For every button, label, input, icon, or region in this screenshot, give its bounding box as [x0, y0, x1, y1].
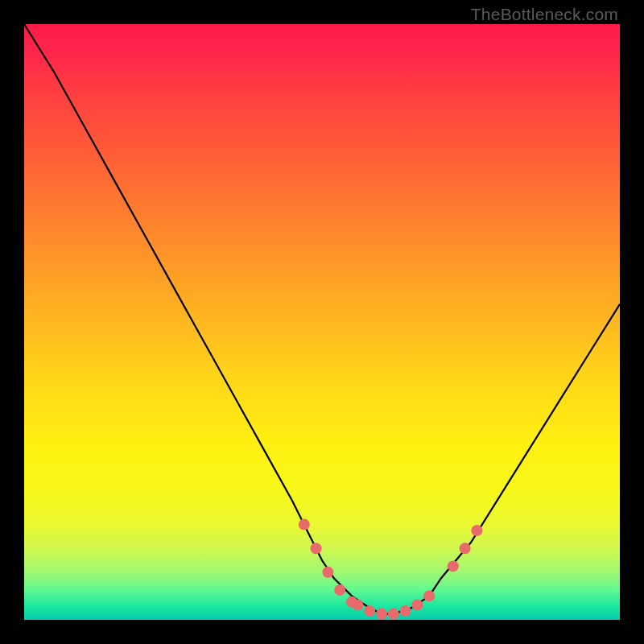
marker-point: [388, 609, 399, 620]
marker-point: [411, 600, 423, 611]
marker-point: [364, 605, 375, 617]
chart-svg: [24, 24, 620, 620]
marker-point: [311, 543, 322, 554]
marker-point: [460, 543, 471, 554]
watermark-text: TheBottleneck.com: [471, 5, 618, 24]
bottleneck-curve: [24, 24, 620, 614]
marker-point: [423, 590, 435, 601]
marker-point: [299, 519, 310, 530]
plot-area: [24, 24, 620, 620]
highlight-markers: [299, 519, 483, 620]
marker-point: [352, 600, 363, 611]
marker-point: [376, 609, 387, 620]
marker-point: [448, 560, 459, 572]
marker-point: [400, 605, 411, 617]
marker-point: [334, 584, 345, 596]
marker-point: [322, 567, 333, 578]
chart-container: TheBottleneck.com: [0, 0, 644, 644]
marker-point: [471, 525, 482, 536]
